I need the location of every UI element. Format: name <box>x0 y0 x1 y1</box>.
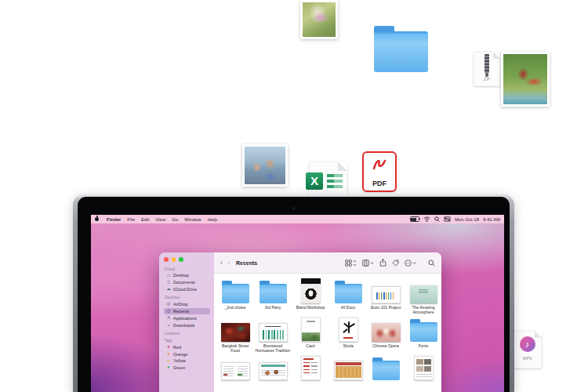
sidebar-item-recents[interactable]: ◷Recents <box>164 308 210 315</box>
macbook-frame: FinderFileEditViewGoWindowHelp <box>73 194 514 392</box>
sidebar-item-airdrop[interactable]: ◎AirDrop <box>164 301 210 308</box>
sidebar-section-favorites: Favorites <box>165 296 210 299</box>
folder-icon <box>372 358 400 380</box>
file-label: Cacti <box>306 343 314 348</box>
minimize-button[interactable] <box>172 257 176 262</box>
menu-bar-clock[interactable]: 9:41 AM <box>483 217 500 222</box>
chartslide-thumbnail <box>372 286 401 303</box>
macos-desktop: FinderFileEditViewGoWindowHelp <box>91 215 504 392</box>
file-item-chinese-opera[interactable]: Chinese Opera <box>367 316 405 353</box>
sidebar-item-desktop[interactable]: ▭Desktop <box>164 272 210 279</box>
sidebar-item-yellow[interactable]: ●Yellow <box>164 358 210 365</box>
menu-help[interactable]: Help <box>205 217 220 222</box>
file-label: Fonts <box>419 343 429 348</box>
sidebar-item-icloud-drive[interactable]: ☁iCloud Drive <box>164 286 210 293</box>
file-label: Bland Workshop <box>296 305 325 310</box>
sidebar-item-red[interactable]: ●Red <box>164 343 210 350</box>
file-row: Bangkok Street FoodBrentwood Hurricanes … <box>216 316 441 353</box>
docred-thumbnail <box>301 356 321 380</box>
apple-menu-icon[interactable] <box>95 217 99 221</box>
file-item-calendar[interactable] <box>329 354 367 382</box>
photo-thumbnail <box>300 0 338 39</box>
search-button[interactable] <box>428 260 435 267</box>
file-item-docred[interactable] <box>292 354 329 382</box>
blue-folder-icon <box>374 26 428 72</box>
menu-view[interactable]: View <box>152 217 169 222</box>
file-item-fonts[interactable]: Fonts <box>405 316 441 353</box>
file-label: Bangkok Street Food <box>218 343 253 353</box>
wifi-icon[interactable] <box>423 216 430 222</box>
share-button[interactable] <box>379 259 387 267</box>
sidebar-item-downloads[interactable]: ◒Downloads <box>164 321 210 328</box>
folder-icon <box>260 278 287 303</box>
battery-icon[interactable] <box>410 216 419 222</box>
photodark-thumbnail-icon <box>221 316 250 342</box>
menu-window[interactable]: Window <box>181 217 204 222</box>
file-item-docteal[interactable] <box>254 354 292 382</box>
sidebar-section-tags: Tags <box>165 339 210 343</box>
cacti-thumbnail <box>301 318 321 342</box>
sidebar-item-label: Desktop <box>173 273 189 278</box>
control-center-icon[interactable] <box>444 216 451 222</box>
sidebar-item-label: Green <box>173 365 185 370</box>
close-button[interactable] <box>164 257 169 262</box>
search-icon[interactable] <box>434 216 440 222</box>
file-item-brentwood-hurricanes-triathlon[interactable]: Brentwood Hurricanes Triathlon <box>254 316 292 353</box>
file-item-all-docs[interactable]: All Docs <box>329 278 367 314</box>
sidebar-item-documents[interactable]: ▯Documents <box>164 279 210 286</box>
sidebar-item-label: AirDrop <box>173 302 188 307</box>
folder-icon <box>222 281 249 303</box>
sidebar-item-applications[interactable]: AApplications <box>164 314 210 321</box>
sidebar-item-label: Yellow <box>173 358 186 363</box>
sidebar-item-orange[interactable]: ●Orange <box>164 350 210 358</box>
file-item-bland-workshop[interactable]: Bland Workshop <box>292 278 329 314</box>
file-item-2nd-choice[interactable]: _2nd-choice <box>216 278 254 314</box>
forward-button[interactable]: › <box>227 260 230 267</box>
pdf-file-icon: PDF <box>362 151 397 192</box>
icon-view-button[interactable] <box>345 260 357 267</box>
file-item-bangkok-street-food[interactable]: Bangkok Street Food <box>216 316 254 353</box>
photo-image <box>303 2 336 37</box>
group-by-button[interactable] <box>362 260 374 267</box>
file-item-the-amazing-atmosphere[interactable]: The Amazing Atmosphere <box>405 278 441 314</box>
screen-bezel: FinderFileEditViewGoWindowHelp <box>78 197 510 392</box>
album-thumbnail <box>301 278 321 303</box>
documents-icon: ▯ <box>166 280 171 285</box>
sidebar-section-icloud: iCloud <box>165 267 210 271</box>
sidebar-sections: iCloud▭Desktop▯Documents☁iCloud DriveFav… <box>164 267 210 372</box>
sidebar-item-green[interactable]: ●Green <box>164 365 210 372</box>
file-item-collage[interactable] <box>405 354 441 382</box>
view-stepper-icon <box>353 260 357 267</box>
menu-bar-date[interactable]: Mon Oct 18 <box>455 217 479 222</box>
menu-file[interactable]: File <box>124 217 138 222</box>
file-item-docspread[interactable] <box>216 354 254 382</box>
folder-icon <box>410 319 437 342</box>
more-actions-button[interactable] <box>405 260 416 267</box>
webcam-icon <box>292 207 295 209</box>
marketing-scene: ZIP X MOV ♪ MP3 PDF <box>0 0 588 392</box>
docteal-thumbnail <box>259 362 288 380</box>
back-button[interactable]: ‹ <box>220 260 223 267</box>
file-item-shufa[interactable]: Shufa <box>329 316 367 353</box>
zoom-button[interactable] <box>179 257 183 262</box>
photo-thumbnail <box>242 144 288 187</box>
tag-button[interactable] <box>392 260 399 267</box>
file-item-econ-101-project[interactable]: Econ 101 Project <box>367 278 405 314</box>
sidebar-item-label: Orange <box>173 352 187 357</box>
toolbar-icons <box>345 259 435 267</box>
zipper-icon <box>485 54 489 73</box>
menu-finder[interactable]: Finder <box>103 217 124 222</box>
calendar-thumbnail-icon <box>334 354 363 380</box>
window-controls <box>164 257 210 262</box>
page-fold <box>535 331 542 338</box>
file-item-3rd-party[interactable]: 3rd Party <box>254 278 292 314</box>
folder-icon <box>335 281 362 303</box>
shufa-thumbnail-icon <box>339 316 358 342</box>
menu-go[interactable]: Go <box>169 217 181 222</box>
opera-thumbnail-icon <box>372 316 401 342</box>
file-item-cacti[interactable]: Cacti <box>292 316 329 353</box>
desktop-icon: ▭ <box>166 274 171 278</box>
file-item-folder[interactable] <box>367 354 405 382</box>
photo-thumbnail <box>501 52 550 107</box>
menu-edit[interactable]: Edit <box>138 217 152 222</box>
